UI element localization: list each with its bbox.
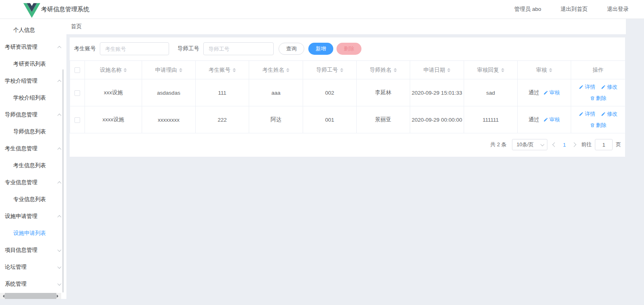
audit-link[interactable]: 审核 bbox=[543, 89, 560, 96]
sidebar-group-system[interactable]: 系统管理 bbox=[0, 276, 66, 293]
chevron-up-icon bbox=[58, 113, 62, 117]
cell-date: 2020-09-29 15:01:33 bbox=[410, 79, 464, 106]
delete-link[interactable]: 删除 bbox=[590, 122, 607, 129]
search-button[interactable]: 查询 bbox=[279, 43, 304, 55]
exit-to-home-link[interactable]: 退出到首页 bbox=[561, 6, 588, 13]
sidebar-group-project-info[interactable]: 项目信息管理 bbox=[0, 242, 66, 259]
detail-link[interactable]: 详情 bbox=[579, 83, 595, 91]
cell-account: 111 bbox=[196, 79, 249, 106]
trash-icon bbox=[590, 96, 595, 101]
sidebar-group-major-info[interactable]: 专业信息管理 bbox=[0, 174, 66, 191]
logout-link[interactable]: 退出登录 bbox=[607, 6, 629, 13]
scrollbar-thumb[interactable] bbox=[5, 293, 56, 299]
edit-link[interactable]: 修改 bbox=[601, 110, 617, 118]
row-checkbox[interactable] bbox=[74, 90, 80, 96]
table-row: xxx设施 asdasdas 111 aaa 002 李延林 2020-09-2… bbox=[70, 79, 625, 106]
cell-reason: xxxxxxxx bbox=[142, 106, 196, 133]
sort-icon bbox=[286, 68, 289, 72]
sidebar: 个人信息 考研资讯管理 考研资讯列表 学校介绍管理 学校介绍列表 导师信息管理 … bbox=[0, 19, 66, 305]
status-text: 通过 bbox=[528, 89, 539, 96]
tutor-id-input[interactable] bbox=[203, 42, 274, 55]
tutor-id-label: 导师工号 bbox=[178, 45, 199, 52]
breadcrumb: 首页 bbox=[66, 19, 626, 34]
sidebar-item-exam-news-list[interactable]: 考研资讯列表 bbox=[0, 56, 66, 73]
sidebar-group-school-intro[interactable]: 学校介绍管理 bbox=[0, 73, 66, 89]
sidebar-item-candidate-info-list[interactable]: 考生信息列表 bbox=[0, 157, 66, 174]
topbar: 考研信息管理系统 管理员 abo 退出到首页 退出登录 bbox=[0, 0, 644, 19]
col-candidate-name[interactable]: 考生姓名 bbox=[249, 61, 303, 79]
col-operations: 操作 bbox=[571, 61, 625, 79]
cell-date: 2020-09-29 00:00:00 bbox=[410, 106, 464, 133]
col-audit[interactable]: 审核 bbox=[518, 61, 571, 79]
col-audit-reply[interactable]: 审核回复 bbox=[464, 61, 518, 79]
sidebar-vertical-scrollbar[interactable] bbox=[62, 69, 64, 293]
goto-page-input[interactable] bbox=[595, 139, 613, 150]
edit-link[interactable]: 修改 bbox=[601, 83, 617, 91]
sidebar-group-tutor-info[interactable]: 导师信息管理 bbox=[0, 106, 66, 123]
col-tutor-id[interactable]: 导师工号 bbox=[303, 61, 357, 79]
scroll-left-icon[interactable] bbox=[1, 295, 4, 298]
status-text: 通过 bbox=[528, 116, 539, 123]
sidebar-item-school-intro-list[interactable]: 学校介绍列表 bbox=[0, 89, 66, 106]
sidebar-group-candidate-info[interactable]: 考生信息管理 bbox=[0, 140, 66, 157]
sidebar-item-facility-apply-list[interactable]: 设施申请列表 bbox=[0, 225, 66, 242]
sidebar-group-forum[interactable]: 论坛管理 bbox=[0, 259, 66, 276]
col-tutor-name[interactable]: 导师姓名 bbox=[357, 61, 410, 79]
table-header-row: 设施名称 申请理由 考生账号 考生姓名 导师工号 导师姓名 申请日期 审核回复 … bbox=[70, 61, 625, 79]
select-all-checkbox[interactable] bbox=[74, 67, 80, 73]
page-unit-label: 页 bbox=[616, 141, 621, 148]
prev-page-icon[interactable] bbox=[553, 142, 557, 147]
delete-button[interactable]: 删除 bbox=[336, 43, 361, 55]
chevron-up-icon bbox=[58, 79, 62, 83]
sort-icon bbox=[549, 68, 552, 72]
delete-link[interactable]: 删除 bbox=[590, 95, 607, 102]
cell-reply: 111111 bbox=[464, 106, 518, 133]
page-size-select[interactable]: 10条/页 bbox=[512, 139, 547, 150]
sidebar-item-tutor-info-list[interactable]: 导师信息列表 bbox=[0, 123, 66, 140]
col-apply-reason[interactable]: 申请理由 bbox=[142, 61, 196, 79]
cell-reply: sad bbox=[464, 79, 518, 106]
audit-link[interactable]: 审核 bbox=[543, 116, 560, 123]
sidebar-horizontal-scrollbar[interactable] bbox=[0, 293, 61, 299]
sort-icon bbox=[179, 68, 182, 72]
cell-facility: xxxx设施 bbox=[85, 106, 142, 133]
row-checkbox[interactable] bbox=[74, 117, 80, 123]
sort-icon bbox=[394, 68, 397, 72]
facility-apply-table: 设施名称 申请理由 考生账号 考生姓名 导师工号 导师姓名 申请日期 审核回复 … bbox=[70, 60, 625, 133]
page-title: 考研信息管理系统 bbox=[41, 6, 89, 13]
col-candidate-account[interactable]: 考生账号 bbox=[196, 61, 249, 79]
sidebar-item-major-info-list[interactable]: 专业信息列表 bbox=[0, 191, 66, 208]
detail-link[interactable]: 详情 bbox=[579, 110, 595, 118]
col-facility-name[interactable]: 设施名称 bbox=[85, 61, 142, 79]
chevron-down-icon bbox=[541, 142, 545, 146]
candidate-account-input[interactable] bbox=[100, 42, 169, 55]
add-button[interactable]: 新增 bbox=[308, 43, 333, 55]
cell-tutor-name: 景丽亚 bbox=[357, 106, 410, 133]
current-page[interactable]: 1 bbox=[562, 142, 567, 148]
cell-tutor-id: 002 bbox=[303, 79, 357, 106]
main-area: 首页 考生账号 导师工号 查询 新增 删除 bbox=[66, 19, 644, 305]
sidebar-group-facility-apply[interactable]: 设施申请管理 bbox=[0, 208, 66, 225]
content-card: 考生账号 导师工号 查询 新增 删除 bbox=[70, 37, 625, 157]
chevron-down-icon bbox=[58, 265, 62, 269]
cell-tutor-id: 001 bbox=[303, 106, 357, 133]
cell-name: 阿达 bbox=[249, 106, 303, 133]
brand: 考研信息管理系统 bbox=[23, 0, 89, 18]
candidate-account-label: 考生账号 bbox=[74, 45, 96, 52]
trash-icon bbox=[590, 123, 595, 128]
sort-icon bbox=[447, 68, 450, 72]
user-badge: 管理员 abo bbox=[514, 6, 541, 13]
goto-label: 前往 bbox=[581, 141, 592, 148]
next-page-icon[interactable] bbox=[572, 142, 576, 147]
edit-icon bbox=[543, 117, 548, 122]
sidebar-item-personal-info[interactable]: 个人信息 bbox=[0, 22, 66, 39]
chevron-down-icon bbox=[58, 248, 62, 252]
scroll-right-icon[interactable] bbox=[57, 295, 60, 298]
sort-icon bbox=[501, 68, 504, 72]
edit-icon bbox=[579, 85, 584, 89]
sidebar-group-exam-news[interactable]: 考研资讯管理 bbox=[0, 39, 66, 56]
sort-icon bbox=[124, 68, 127, 72]
vue-logo-icon bbox=[23, 3, 40, 18]
chevron-up-icon bbox=[58, 215, 62, 219]
col-apply-date[interactable]: 申请日期 bbox=[410, 61, 464, 79]
